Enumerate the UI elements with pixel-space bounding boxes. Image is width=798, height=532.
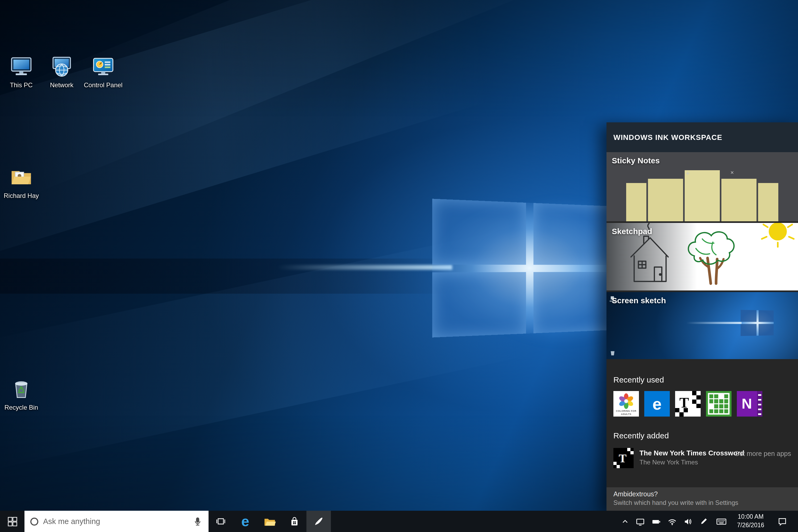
close-icon: × (730, 169, 734, 175)
desktop-icon-recycle-bin[interactable]: Recycle Bin (0, 376, 42, 411)
user-folder-icon (0, 164, 42, 189)
sketchpad-label: Sketchpad (612, 227, 652, 236)
sticky-notes-preview: + × (626, 170, 778, 221)
desktop-icon-this-pc[interactable]: This PC (0, 53, 42, 89)
action-center-button[interactable] (770, 511, 794, 532)
recently-added-app[interactable]: T The New York Times Crossword The New Y… (613, 448, 791, 468)
screen-sketch-label: Screen sketch (612, 296, 666, 305)
crossword-icon: T (675, 391, 701, 417)
system-tray: 10:00 AM 7/26/2016 (618, 511, 798, 532)
sticky-note (648, 179, 683, 221)
app-number-grid-game[interactable] (706, 391, 732, 417)
sticky-note (626, 183, 646, 221)
edge-icon: e (241, 514, 249, 529)
volume-icon (683, 516, 693, 527)
chevron-up-icon (620, 517, 630, 526)
nyt-crossword-icon: T (613, 448, 633, 468)
touch-keyboard-button[interactable] (712, 511, 731, 532)
recently-used-apps: COLORING FOR ADULTS e T (613, 391, 791, 417)
touch-keyboard-icon (716, 516, 727, 527)
file-explorer-button[interactable] (258, 511, 282, 532)
desktop-icon-label: Richard Hay (0, 192, 42, 200)
ink-workspace-button[interactable] (306, 511, 331, 532)
action-center-icon (777, 516, 787, 527)
clock-time: 10:00 AM (731, 513, 770, 521)
control-panel-icon (81, 53, 126, 79)
get-more-pen-apps-link[interactable]: Get more pen apps (734, 450, 791, 457)
cortana-icon (30, 517, 38, 525)
desktop-icon-label: Recycle Bin (0, 404, 42, 411)
add-note-icon: + (686, 169, 690, 177)
network-icon (40, 53, 83, 79)
sticky-notes-label: Sticky Notes (612, 156, 660, 165)
mini-recycle-bin-icon (611, 350, 614, 355)
footer-line1: Ambidextrous? (613, 491, 791, 498)
sticky-note (685, 170, 720, 221)
clock-date: 7/26/2016 (731, 521, 770, 530)
battery-tray-button[interactable] (648, 511, 664, 532)
grid-icon (706, 391, 732, 417)
cortana-search-box[interactable] (24, 511, 209, 532)
sketchpad-tile[interactable]: Sketchpad (607, 223, 798, 290)
windows-logo-icon (7, 516, 17, 527)
edge-logo-icon: e (652, 396, 662, 412)
file-explorer-icon (263, 515, 276, 527)
sticky-note (721, 179, 757, 221)
screen-sketch-tile[interactable]: Screen sketch (607, 292, 798, 359)
app-coloring-for-adults[interactable]: COLORING FOR ADULTS (613, 391, 639, 417)
desktop-icon-control-panel[interactable]: Control Panel (81, 53, 126, 89)
ink-workspace-header: WINDOWS INK WORKSPACE (607, 122, 798, 152)
windows-ink-workspace-panel: WINDOWS INK WORKSPACE Sticky Notes + × (607, 122, 798, 511)
display-tray-button[interactable] (632, 511, 648, 532)
desktop-icon-label: Control Panel (81, 81, 126, 89)
onenote-tabs-icon (737, 391, 762, 417)
search-input[interactable] (43, 517, 188, 526)
volume-tray-button[interactable] (680, 511, 696, 532)
app-nyt-crossword[interactable]: T (675, 391, 701, 417)
sticky-notes-tile[interactable]: Sticky Notes + × (607, 152, 798, 221)
desktop-icon-user-folder[interactable]: Richard Hay (0, 164, 42, 200)
taskbar: e (0, 511, 798, 532)
battery-icon (651, 516, 661, 527)
svg-text:T: T (619, 452, 626, 465)
microphone-icon[interactable] (193, 516, 203, 527)
svg-text:T: T (679, 395, 689, 411)
pen-icon (699, 517, 709, 526)
show-hidden-icons-button[interactable] (618, 511, 632, 532)
external-display-icon (635, 516, 645, 527)
desktop-screen: This PC Network (0, 0, 798, 532)
desktop-icon-network[interactable]: Network (40, 53, 83, 89)
handedness-settings-link[interactable]: Ambidextrous? Switch which hand you writ… (607, 487, 798, 511)
app-caption: COLORING FOR ADULTS (613, 410, 639, 416)
sun-drawing (762, 223, 794, 247)
sticky-note (758, 183, 778, 221)
store-icon (289, 516, 300, 527)
app-microsoft-edge[interactable]: e (644, 391, 670, 417)
recently-added-title: Recently added (613, 431, 791, 440)
taskbar-clock[interactable]: 10:00 AM 7/26/2016 (731, 513, 770, 530)
store-button[interactable] (282, 511, 306, 532)
desktop-icon-label: This PC (0, 81, 42, 89)
this-pc-icon (0, 53, 42, 79)
ink-workspace-title: WINDOWS INK WORKSPACE (613, 133, 722, 141)
wifi-icon (667, 516, 677, 527)
recycle-bin-icon (0, 376, 42, 401)
footer-line2: Switch which hand you write with in Sett… (613, 499, 791, 507)
recently-used-title: Recently used (613, 375, 791, 384)
app-onenote[interactable]: N (737, 391, 762, 417)
ink-workspace-pen-icon (314, 516, 324, 527)
start-button[interactable] (0, 511, 24, 532)
desktop-icon-label: Network (40, 81, 83, 89)
recently-added-app-subtitle: The New York Times (640, 459, 744, 466)
task-view-button[interactable] (209, 511, 233, 532)
mini-windows-logo (741, 310, 774, 336)
pen-tray-button[interactable] (696, 511, 712, 532)
recently-added-app-title: The New York Times Crossword (640, 449, 744, 457)
task-view-icon (215, 516, 226, 527)
edge-taskbar-button[interactable]: e (233, 511, 258, 532)
network-tray-button[interactable] (664, 511, 680, 532)
